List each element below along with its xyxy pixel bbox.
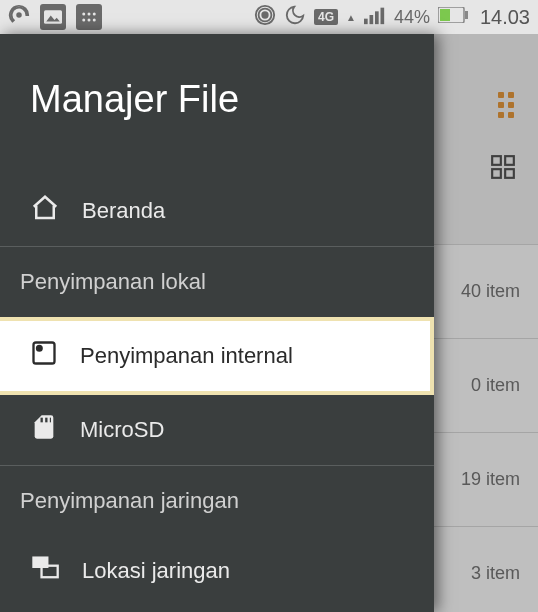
svg-rect-12: [364, 18, 368, 23]
svg-point-8: [93, 19, 96, 22]
storage-icon: [30, 339, 58, 373]
svg-rect-25: [41, 418, 43, 423]
svg-rect-26: [45, 418, 47, 423]
section-network-storage: Penyimpanan jaringan: [0, 465, 434, 536]
nav-label: Beranda: [82, 198, 165, 224]
nav-label: Penyimpanan internal: [80, 343, 293, 369]
svg-rect-27: [50, 418, 51, 423]
status-bar: 4G ▲ 44% 14.03: [0, 0, 538, 34]
svg-rect-14: [375, 11, 379, 24]
nav-item-network-location[interactable]: Lokasi jaringan: [0, 536, 434, 606]
signal-icon: [364, 5, 386, 30]
svg-point-4: [88, 13, 91, 16]
network-type-badge: 4G: [314, 9, 338, 25]
svg-rect-23: [34, 343, 55, 364]
nav-item-microsd[interactable]: MicroSD: [0, 395, 434, 465]
moon-icon: [284, 4, 306, 31]
drawer-scrim[interactable]: [434, 34, 538, 612]
svg-point-9: [262, 12, 268, 18]
battery-percentage: 44%: [394, 7, 430, 28]
triangle-icon: ▲: [346, 12, 356, 23]
drawer-title: Manajer File: [0, 34, 434, 176]
sd-card-icon: [30, 413, 58, 447]
status-left: [8, 4, 102, 31]
svg-point-3: [82, 13, 85, 16]
svg-point-6: [82, 19, 85, 22]
network-location-icon: [30, 554, 60, 588]
svg-rect-13: [369, 15, 373, 24]
svg-point-7: [88, 19, 91, 22]
broadcast-icon: [254, 4, 276, 31]
bbm-icon: [76, 4, 102, 30]
nav-item-home[interactable]: Beranda: [0, 176, 434, 246]
svg-rect-18: [440, 9, 450, 21]
home-icon: [30, 193, 60, 229]
section-local-storage: Penyimpanan lokal: [0, 246, 434, 317]
svg-rect-15: [380, 7, 384, 24]
svg-rect-17: [465, 11, 468, 19]
nav-item-internal-storage[interactable]: Penyimpanan internal: [0, 321, 430, 391]
nav-label: Lokasi jaringan: [82, 558, 230, 584]
battery-icon: [438, 7, 468, 28]
image-icon: [40, 4, 66, 30]
navigation-drawer: Manajer File Beranda Penyimpanan lokal P…: [0, 34, 434, 612]
clock: 14.03: [480, 6, 530, 29]
svg-point-0: [16, 12, 22, 18]
hotspot-icon: [8, 4, 30, 31]
status-right: 4G ▲ 44% 14.03: [254, 4, 530, 31]
selected-highlight: Penyimpanan internal: [0, 317, 434, 395]
svg-rect-1: [44, 10, 62, 24]
svg-point-24: [37, 346, 42, 351]
svg-point-5: [93, 13, 96, 16]
nav-label: MicroSD: [80, 417, 164, 443]
